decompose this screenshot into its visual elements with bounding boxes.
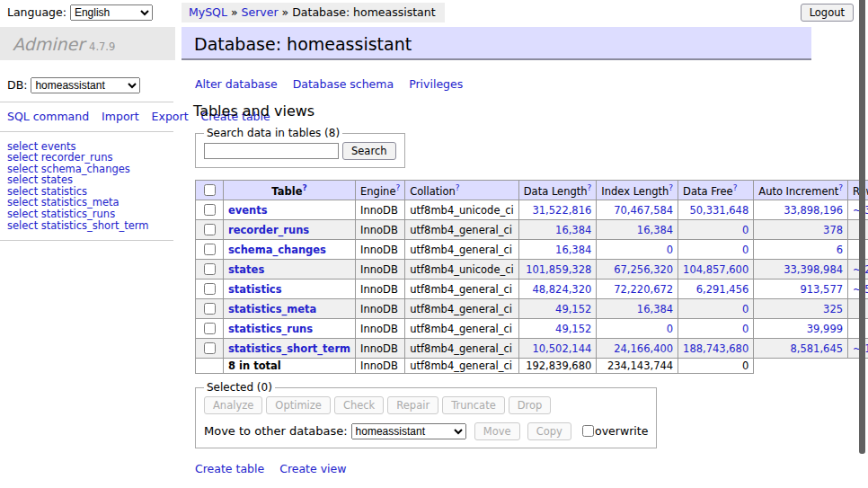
sidebar-item-select-statistics-short-term[interactable]: select statistics_short_term [7,220,175,232]
row-checkbox[interactable] [204,283,216,295]
collation-cell: utf8mb4_unicode_ci [405,200,519,220]
table-link-statistics[interactable]: statistics [228,283,282,296]
link-alter-database[interactable]: Alter database [195,77,278,91]
data-free-cell: 50,331,648 [678,200,754,220]
help-icon[interactable]: ? [733,183,738,192]
breadcrumb: MySQL»Server»Database: homeassistant [182,3,445,22]
table-link-statistics-meta[interactable]: statistics_meta [228,303,316,315]
data-length-cell: 31,522,816 [518,200,597,220]
index-length-cell: 0 [597,240,678,260]
move-button[interactable]: Move [474,422,520,440]
engine-cell: InnoDB [356,339,405,359]
breadcrumb-current: Database: homeassistant [292,5,435,19]
table-link-recorder-runs[interactable]: recorder_runs [228,224,309,236]
move-db-select[interactable]: homeassistant [351,423,466,439]
row-checkbox[interactable] [204,204,216,216]
help-icon[interactable]: ? [456,183,460,192]
language-label: Language: [7,5,66,19]
row-checkbox[interactable] [204,244,216,255]
search-input[interactable] [204,143,339,159]
sidebar-item-select-statistics-runs[interactable]: select statistics_runs [7,209,175,220]
sidebar-divider [0,102,173,102]
total-row: 8 in totalInnoDButf8mb4_general_ci192,83… [196,359,868,374]
engine-cell: InnoDB [356,200,405,220]
copy-button[interactable]: Copy [527,422,571,440]
table-link-schema-changes[interactable]: schema_changes [228,244,326,256]
move-row: Move to other database:homeassistant Mov… [204,422,648,440]
table-link-statistics-runs[interactable]: statistics_runs [228,323,313,335]
selected-legend: Selected (0) [204,381,275,394]
tables-overview-table: Table?Engine?Collation?Data Length?Index… [195,180,868,374]
data-free-cell: 104,857,600 [678,260,754,279]
sidebar-item-select-recorder-runs[interactable]: select recorder_runs [7,152,175,164]
link-create-table[interactable]: Create table [195,462,264,475]
db-label: DB: [7,78,27,92]
auto-increment-cell: 39,999 [754,319,848,339]
row-checkbox[interactable] [204,323,216,334]
vertical-scrollbar[interactable] [859,0,865,454]
data-length-cell: 49,152 [518,299,597,319]
truncate-button[interactable]: Truncate [442,396,505,414]
help-icon[interactable]: ? [838,183,843,192]
help-icon[interactable]: ? [302,183,306,192]
language-select[interactable]: English [70,4,153,21]
sidebar-actions: SQL commandImportExportCreate table [7,109,164,125]
logout-button[interactable]: Logout [801,4,854,22]
table-row: eventsInnoDButf8mb4_unicode_ci31,522,816… [196,200,868,220]
drop-button[interactable]: Drop [509,396,552,414]
table-link-states[interactable]: states [228,263,264,276]
auto-increment-cell: 913,577 [754,279,848,299]
link-create-view[interactable]: Create view [279,462,346,475]
search-fieldset: Search data in tables (8) Search [195,127,405,168]
sidebar-action-import[interactable]: Import [102,110,139,123]
breadcrumb-server-link[interactable]: Server [242,5,279,19]
data-free-cell: 188,743,680 [678,339,754,359]
db-select[interactable]: homeassistant [31,77,140,93]
row-checkbox[interactable] [204,303,216,315]
move-to-db-label: Move to other database: [204,424,348,438]
column-header-collation: Collation? [405,181,519,200]
overwrite-checkbox[interactable] [582,425,594,437]
link-privileges[interactable]: Privileges [409,77,463,91]
data-length-cell: 192,839,680 [518,359,597,374]
index-length-cell: 234,143,744 [597,359,678,374]
table-link-statistics-short-term[interactable]: statistics_short_term [228,342,350,355]
row-checkbox-cell [196,359,224,374]
sidebar: Adminer4.7.9 DB:homeassistant SQL comman… [0,27,175,246]
repair-button[interactable]: Repair [387,396,438,414]
help-icon[interactable]: ? [395,183,400,192]
column-header-data-free: Data Free? [678,181,754,200]
help-icon[interactable]: ? [669,183,673,192]
analyze-button[interactable]: Analyze [204,396,262,414]
auto-increment-cell: 33,898,196 [754,200,848,220]
collation-cell: utf8mb4_general_ci [405,220,519,240]
sidebar-item-select-states[interactable]: select states [7,174,175,186]
index-length-cell: 16,384 [597,299,678,319]
breadcrumb-mysql-link[interactable]: MySQL [189,5,227,19]
auto-increment-cell: 325 [754,299,848,319]
link-database-schema[interactable]: Database schema [293,77,394,91]
row-checkbox[interactable] [204,224,216,235]
help-icon[interactable]: ? [588,183,592,192]
app-name: Adminer [13,34,84,54]
data-length-cell: 101,859,328 [518,260,597,279]
main-content: Database: homeassistant Alter databaseDa… [182,27,811,488]
sidebar-action-sql-command[interactable]: SQL command [7,110,89,123]
data-length-cell: 16,384 [518,220,597,240]
data-free-cell: 0 [678,220,754,240]
row-checkbox-cell [196,299,224,319]
table-row: statistics_metaInnoDButf8mb4_general_ci4… [196,299,868,319]
row-checkbox[interactable] [204,263,216,275]
index-length-cell: 16,384 [597,220,678,240]
table-link-events[interactable]: events [228,204,268,217]
optimize-button[interactable]: Optimize [266,396,331,414]
table-row: statesInnoDButf8mb4_unicode_ci101,859,32… [196,260,868,279]
select-all-checkbox[interactable] [204,184,216,196]
data-free-cell: 0 [678,359,754,374]
search-button[interactable]: Search [342,142,396,160]
collation-cell: utf8mb4_general_ci [405,299,519,319]
column-header-engine: Engine? [356,181,405,200]
check-button[interactable]: Check [334,396,384,414]
row-checkbox[interactable] [204,342,216,354]
index-length-cell: 70,467,584 [597,200,678,220]
